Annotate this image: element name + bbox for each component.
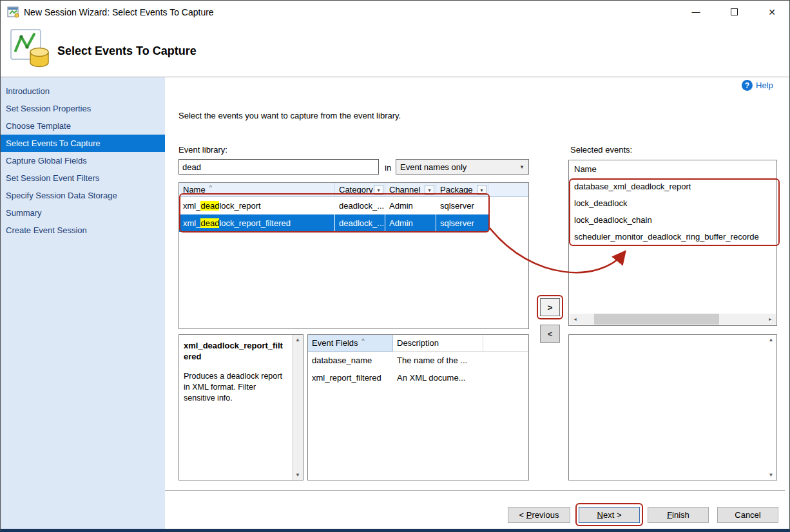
scroll-up-icon[interactable]: ▲ — [293, 337, 303, 343]
event-package-cell: sqlserver — [436, 214, 489, 232]
event-name-pre: xml_ — [183, 201, 200, 211]
close-button[interactable]: ✕ — [757, 1, 787, 23]
selected-event-item[interactable]: lock_deadlock — [569, 195, 776, 212]
selected-events-column-header[interactable]: Name — [569, 160, 776, 178]
event-field-row[interactable]: xml_report_filtered An XML docume... — [308, 369, 528, 386]
event-row-xml-deadlock-report[interactable]: xml_deadlock_report deadlock_... Admin s… — [179, 197, 489, 214]
sidebar-item-set-session-event-filters[interactable]: Set Session Event Filters — [1, 169, 165, 187]
scrollbar-thumb[interactable] — [594, 314, 719, 325]
event-row-xml-deadlock-report-filtered[interactable]: xml_deadlock_report_filtered deadlock_..… — [179, 214, 489, 232]
selected-event-item[interactable]: database_xml_deadlock_report — [569, 178, 776, 195]
field-description-cell: The name of the ... — [393, 352, 467, 369]
event-name-post: lock_report — [219, 201, 260, 211]
column-header-package-label: Package — [440, 185, 473, 195]
event-category-cell: deadlock_... — [335, 214, 385, 232]
event-library-table: Name ^ Category ▾ Channel ▾ Package ▾ xm… — [178, 182, 529, 329]
sidebar-item-select-events-to-capture[interactable]: Select Events To Capture — [1, 135, 165, 152]
column-header-name[interactable]: Name ^ — [179, 183, 335, 196]
maximize-icon — [731, 8, 738, 15]
app-icon[interactable] — [7, 6, 20, 19]
sidebar-item-summary[interactable]: Summary — [1, 204, 165, 222]
minimize-button[interactable]: — — [681, 1, 711, 23]
add-event-button[interactable]: > — [540, 298, 560, 316]
selected-event-item[interactable]: lock_deadlock_chain — [569, 212, 776, 229]
left-arrow-icon: < — [548, 329, 553, 339]
event-channel-cell: Admin — [385, 197, 436, 214]
wizard-window: New Session Wizard: Select Events To Cap… — [0, 0, 790, 532]
help-label[interactable]: Help — [756, 81, 773, 90]
selected-event-fields-panel: ▲ ▼ — [568, 334, 777, 480]
help-icon[interactable]: ? — [742, 80, 753, 91]
column-header-description[interactable]: Description — [393, 335, 483, 352]
button-label: < — [519, 510, 526, 520]
wizard-steps-sidebar: Introduction Set Session Properties Choo… — [1, 77, 165, 529]
event-field-row[interactable]: database_name The name of the ... — [308, 352, 528, 369]
event-description-title: xml_deadlock_report_filtered — [184, 341, 287, 363]
selected-events-label: Selected events: — [570, 145, 632, 155]
remove-event-button[interactable]: < — [540, 325, 560, 343]
finish-button[interactable]: Finish — [648, 507, 709, 523]
close-icon: ✕ — [768, 7, 776, 17]
event-fields-header: Event Fields ^ Description — [308, 335, 528, 352]
sidebar-item-capture-global-fields[interactable]: Capture Global Fields — [1, 152, 165, 169]
sidebar-item-create-event-session[interactable]: Create Event Session — [1, 222, 165, 239]
event-description-content: xml_deadlock_report_filtered Produces a … — [179, 335, 292, 480]
minimize-icon: — — [692, 7, 700, 17]
event-table-header: Name ^ Category ▾ Channel ▾ Package ▾ — [179, 183, 528, 197]
button-label: inish — [672, 510, 689, 520]
vertical-scrollbar[interactable]: ▲ ▼ — [292, 335, 303, 480]
next-button[interactable]: Next > — [579, 507, 640, 523]
event-name-cell: xml_deadlock_report — [179, 197, 335, 214]
channel-filter-dropdown-icon[interactable]: ▾ — [425, 185, 434, 195]
right-arrow-icon: > — [548, 303, 553, 312]
scroll-down-icon[interactable]: ▼ — [293, 472, 303, 478]
column-header-event-fields[interactable]: Event Fields ^ — [308, 335, 393, 352]
wizard-header: Select Events To Capture — [1, 24, 790, 77]
sidebar-item-introduction[interactable]: Introduction — [1, 82, 165, 100]
event-name-cell: xml_deadlock_report_filtered — [179, 214, 335, 232]
search-input[interactable] — [178, 159, 379, 175]
category-filter-dropdown-icon[interactable]: ▾ — [374, 185, 383, 195]
sort-ascending-icon: ^ — [362, 337, 365, 344]
field-description-cell: An XML docume... — [393, 369, 465, 386]
selected-event-item[interactable]: scheduler_monitor_deadlock_ring_buffer_r… — [569, 229, 776, 245]
wizard-chart-database-icon — [10, 28, 51, 70]
scroll-down-icon[interactable]: ▼ — [766, 472, 776, 478]
event-name-pre: xml_ — [183, 218, 200, 228]
button-label: revious — [532, 510, 559, 520]
sort-ascending-icon: ^ — [209, 184, 212, 191]
button-label: N — [597, 510, 603, 520]
event-name-post: lock_report_filtered — [219, 218, 291, 228]
search-scope-dropdown[interactable]: Event names only ▾ — [396, 159, 529, 175]
column-header-filler — [488, 183, 528, 196]
horizontal-scrollbar[interactable]: ◄ ► — [570, 314, 776, 325]
event-library-label: Event library: — [178, 145, 227, 155]
event-channel-cell: Admin — [385, 214, 436, 232]
search-scope-value: Event names only — [396, 162, 515, 172]
previous-button[interactable]: < Previous — [508, 507, 570, 523]
package-filter-dropdown-icon[interactable]: ▾ — [477, 185, 487, 195]
sidebar-item-specify-session-data-storage[interactable]: Specify Session Data Storage — [1, 187, 165, 204]
event-package-cell: sqlserver — [436, 197, 489, 214]
in-label: in — [385, 163, 391, 173]
scroll-right-icon[interactable]: ► — [765, 314, 776, 325]
help-link[interactable]: ? Help — [742, 80, 773, 91]
column-header-description-label: Description — [397, 338, 439, 348]
sidebar-item-choose-template[interactable]: Choose Template — [1, 117, 165, 135]
footer-divider — [165, 490, 785, 491]
maximize-button[interactable] — [719, 1, 749, 23]
vertical-scrollbar[interactable]: ▲ ▼ — [766, 335, 776, 480]
column-header-category[interactable]: Category ▾ — [335, 183, 385, 196]
cancel-button[interactable]: Cancel — [717, 507, 778, 523]
scrollbar-track[interactable] — [581, 314, 765, 325]
sidebar-item-set-session-properties[interactable]: Set Session Properties — [1, 100, 165, 117]
scroll-left-icon[interactable]: ◄ — [570, 314, 581, 325]
field-name-cell: database_name — [308, 352, 393, 369]
title-bar: New Session Wizard: Select Events To Cap… — [1, 1, 789, 24]
scroll-up-icon[interactable]: ▲ — [766, 337, 776, 343]
column-header-package[interactable]: Package ▾ — [436, 183, 488, 196]
button-label: Cancel — [735, 510, 760, 520]
column-header-category-label: Category — [339, 185, 373, 195]
column-header-channel[interactable]: Channel ▾ — [385, 183, 436, 196]
window-title: New Session Wizard: Select Events To Cap… — [24, 7, 214, 17]
